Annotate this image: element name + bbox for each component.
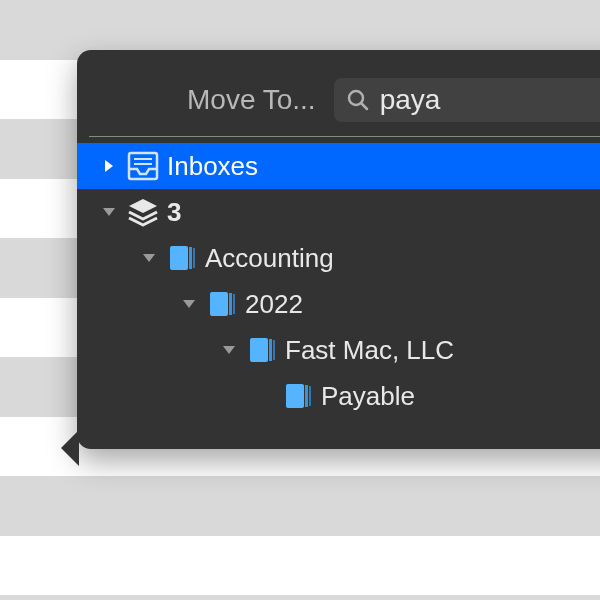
svg-rect-14 [229,293,232,315]
svg-marker-8 [143,254,155,262]
tree-row-count[interactable]: 3 [77,189,600,235]
tree-row-accounting[interactable]: Accounting [77,235,600,281]
chevron-right-icon[interactable] [99,156,119,176]
popover-header: Move To... paya [89,50,600,137]
search-icon [346,88,370,112]
svg-rect-10 [189,247,192,269]
chevron-down-icon[interactable] [99,202,119,222]
svg-marker-12 [183,300,195,308]
svg-rect-22 [309,386,311,406]
tree-row-label: Payable [321,381,415,412]
folder-icon [247,335,277,365]
folder-tree: Inboxes 3 [77,137,600,419]
svg-line-1 [361,104,367,110]
tree-row-inboxes[interactable]: Inboxes [77,143,600,189]
tree-row-payable[interactable]: Payable [77,373,600,419]
svg-marker-7 [129,199,157,213]
svg-rect-9 [170,246,188,270]
move-to-popover: Move To... paya [77,50,600,449]
stack-icon [127,197,159,227]
svg-rect-13 [210,292,228,316]
tree-row-label: 3 [167,197,181,228]
tree-row-fastmac[interactable]: Fast Mac, LLC [77,327,600,373]
svg-rect-11 [193,248,195,268]
svg-marker-6 [103,208,115,216]
tree-row-label: Inboxes [167,151,258,182]
svg-rect-17 [250,338,268,362]
tree-row-label: Accounting [205,243,334,274]
svg-rect-20 [286,384,304,408]
tree-row-label: Fast Mac, LLC [285,335,454,366]
svg-marker-2 [105,160,113,172]
search-input[interactable]: paya [334,78,600,122]
folder-icon [167,243,197,273]
chevron-down-icon[interactable] [139,248,159,268]
svg-rect-19 [273,340,275,360]
svg-rect-18 [269,339,272,361]
folder-icon [207,289,237,319]
tree-row-label: 2022 [245,289,303,320]
tree-row-2022[interactable]: 2022 [77,281,600,327]
folder-icon [283,381,313,411]
inbox-icon [127,151,159,181]
search-value: paya [380,84,441,116]
svg-marker-16 [223,346,235,354]
chevron-down-icon[interactable] [179,294,199,314]
svg-rect-21 [305,385,308,407]
chevron-down-icon[interactable] [219,340,239,360]
popover-title: Move To... [187,84,316,116]
svg-rect-15 [233,294,235,314]
